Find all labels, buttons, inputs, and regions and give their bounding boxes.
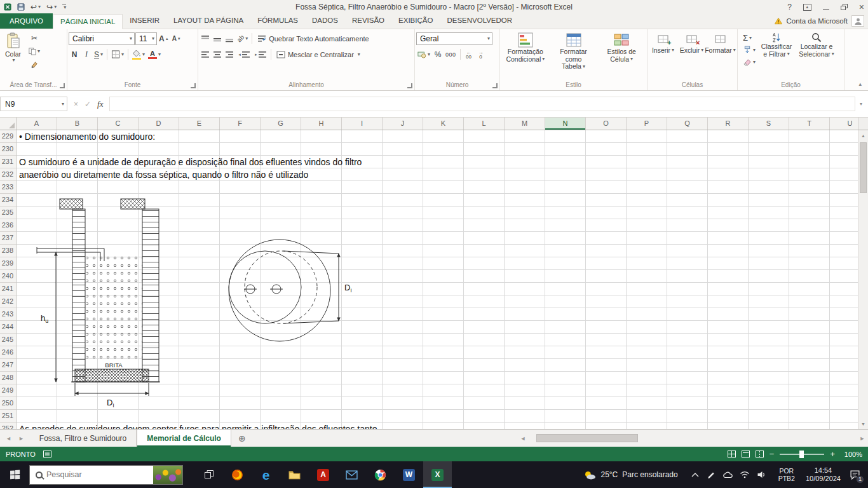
onedrive-icon[interactable] (722, 471, 733, 478)
align-bottom-button[interactable] (224, 32, 235, 44)
undo-caret-icon[interactable]: ▾ (38, 4, 41, 10)
vertical-scroll-thumb[interactable] (860, 142, 867, 193)
mail-button[interactable] (337, 461, 366, 488)
close-button[interactable]: × (859, 3, 864, 11)
zoom-slider-thumb[interactable] (799, 451, 804, 458)
zoom-out-icon[interactable]: − (770, 450, 775, 458)
find-select-button[interactable]: Localizar e Selecionar▾ (796, 30, 837, 81)
row-header[interactable]: 233 (0, 181, 16, 194)
account-area[interactable]: Conta da Microsoft (775, 13, 868, 29)
column-header[interactable]: L (464, 118, 505, 130)
column-header[interactable]: D (139, 118, 179, 130)
column-header[interactable]: O (586, 118, 627, 130)
decrease-decimal-button[interactable]: →0 (475, 48, 487, 60)
horizontal-scrollbar[interactable]: ◄ ► (517, 430, 868, 447)
align-middle-button[interactable] (212, 32, 223, 44)
row-header[interactable]: 246 (0, 346, 16, 359)
increase-decimal-button[interactable]: ←00 (463, 48, 475, 60)
sheet-tab[interactable]: Fossa, Filtro e Sumidouro (30, 430, 137, 447)
sheet-scroll-right-icon[interactable]: ► (18, 435, 24, 442)
column-header[interactable]: J (383, 118, 423, 130)
column-header[interactable]: M (505, 118, 545, 130)
show-hidden-icons-chevron-icon[interactable] (691, 471, 700, 478)
ribbon-tab[interactable]: DESENVOLVEDOR (440, 13, 519, 29)
collapse-ribbon-icon[interactable]: ▴ (858, 81, 862, 87)
format-as-table-button[interactable]: Formatar como Tabela▾ (550, 30, 598, 81)
tab-arquivo[interactable]: ARQUIVO (0, 13, 53, 29)
acrobat-button[interactable]: A (309, 461, 337, 488)
number-format-select[interactable]: Geral▾ (416, 32, 492, 45)
page-layout-view-icon[interactable] (742, 451, 750, 458)
column-header[interactable]: G (261, 118, 301, 130)
normal-view-icon[interactable] (728, 451, 736, 458)
column-header[interactable]: R (708, 118, 749, 130)
search-input[interactable] (46, 470, 153, 479)
dialog-launcher-number-icon[interactable] (492, 83, 498, 88)
sheet-scroll-left-icon[interactable]: ◄ (6, 435, 11, 442)
file-explorer-button[interactable] (280, 461, 309, 488)
cut-button[interactable]: ✂ (27, 32, 41, 44)
row-header[interactable]: 245 (0, 334, 16, 346)
font-family-select[interactable]: Calibri▾ (69, 32, 135, 45)
ribbon-tab[interactable]: LAYOUT DA PÁGINA (166, 13, 250, 29)
column-header[interactable]: K (423, 118, 464, 130)
clear-button[interactable]: ▾ (742, 57, 757, 67)
select-all-corner[interactable] (0, 118, 17, 130)
increase-font-button[interactable]: A▲ (158, 32, 170, 44)
cell-text-a252[interactable]: As paredes do sumidouro devem conter fur… (19, 423, 377, 429)
ribbon-tab[interactable]: INSERIR (123, 13, 166, 29)
ribbon-display-options-icon[interactable]: ▴ (803, 4, 811, 11)
autosum-button[interactable]: Σ▾ (742, 32, 757, 43)
chrome-button[interactable] (366, 461, 395, 488)
network-icon[interactable] (740, 471, 750, 478)
insert-function-button[interactable]: fx (97, 99, 103, 109)
minimize-button[interactable] (823, 9, 829, 10)
excel-button[interactable]: X (423, 461, 452, 488)
row-header[interactable]: 251 (0, 410, 16, 423)
dialog-launcher-font-icon[interactable] (191, 83, 196, 88)
column-header[interactable]: Q (667, 118, 708, 130)
format-cells-button[interactable]: Formatar▾ (706, 30, 735, 81)
column-header[interactable]: I (342, 118, 383, 130)
increase-indent-button[interactable]: ► (252, 48, 268, 60)
column-header[interactable]: F (220, 118, 261, 130)
zoom-slider[interactable] (780, 454, 824, 455)
italic-button[interactable]: I (81, 48, 92, 60)
ribbon-tab[interactable]: REVISÃO (345, 13, 391, 29)
row-header[interactable]: 240 (0, 270, 16, 283)
column-header[interactable]: N (545, 118, 586, 130)
zoom-in-icon[interactable]: + (830, 450, 835, 458)
row-header[interactable]: 243 (0, 308, 16, 321)
format-painter-button[interactable] (27, 58, 41, 71)
accounting-format-button[interactable]: ▾ (416, 48, 431, 60)
save-icon[interactable] (17, 3, 25, 11)
ribbon-tab[interactable]: EXIBIÇÃO (391, 13, 440, 29)
task-view-button[interactable] (194, 461, 223, 488)
row-header[interactable]: 236 (0, 219, 16, 232)
formula-bar-expand-icon[interactable]: ▾ (855, 101, 867, 107)
row-header[interactable]: 234 (0, 194, 16, 207)
row-header[interactable]: 239 (0, 257, 16, 270)
taskbar-search[interactable] (29, 465, 183, 485)
column-header[interactable]: S (749, 118, 789, 130)
underline-button[interactable]: S▾ (93, 48, 104, 60)
cell-text-a232[interactable]: anaeróbio ou diretamente da fossa séptic… (19, 168, 308, 181)
volume-icon[interactable] (757, 470, 767, 479)
decrease-font-button[interactable]: A▼ (171, 32, 182, 44)
avatar[interactable] (851, 15, 864, 27)
row-header[interactable]: 248 (0, 372, 16, 384)
align-right-button[interactable] (224, 48, 235, 60)
row-header[interactable]: 237 (0, 232, 16, 245)
row-header[interactable]: 249 (0, 384, 16, 397)
column-header[interactable]: B (57, 118, 98, 130)
hscroll-track[interactable] (529, 430, 857, 447)
customize-qat-icon[interactable]: ▾ (62, 4, 66, 10)
row-header[interactable]: 232 (0, 168, 16, 181)
firefox-button[interactable] (223, 461, 252, 488)
restore-button[interactable] (841, 4, 848, 11)
scroll-up-icon[interactable]: ▲ (858, 130, 868, 140)
dialog-launcher-alignment-icon[interactable] (407, 83, 412, 88)
word-button[interactable]: W (395, 461, 423, 488)
column-header[interactable]: H (301, 118, 342, 130)
weather-widget[interactable]: 25°C Parc ensolarado (576, 470, 684, 480)
